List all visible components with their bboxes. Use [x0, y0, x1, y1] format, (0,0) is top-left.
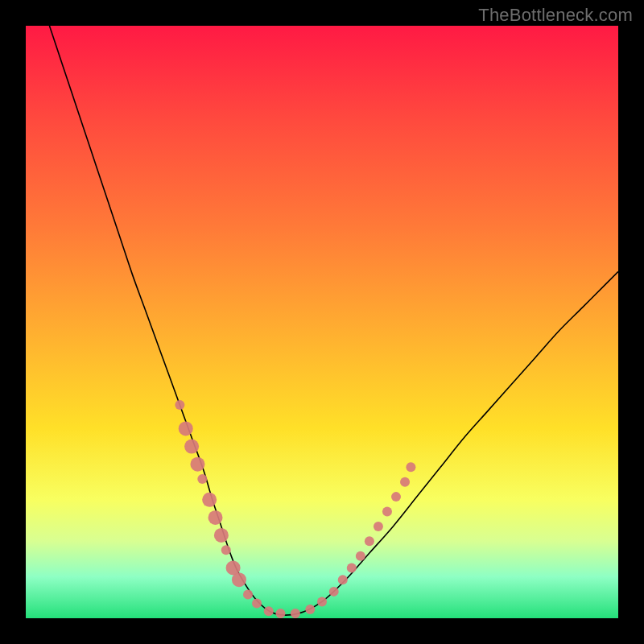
curve-marker — [243, 590, 253, 600]
watermark-text: TheBottleneck.com — [478, 5, 633, 26]
curve-marker — [291, 609, 300, 618]
chart-svg — [26, 26, 618, 618]
curve-marker — [374, 522, 383, 531]
plot-area — [26, 26, 618, 618]
curve-marker — [184, 440, 199, 454]
curve-marker — [382, 507, 392, 517]
curve-marker — [202, 493, 217, 507]
curve-marker — [400, 477, 410, 487]
curve-marker — [338, 575, 348, 584]
curve-marker — [329, 587, 339, 597]
curve-marker — [275, 609, 285, 618]
curve-marker — [406, 462, 415, 472]
curve-marker — [391, 492, 401, 502]
curve-marker — [232, 572, 246, 587]
curve-marker — [214, 528, 229, 543]
curve-marker — [190, 457, 204, 472]
curve-marker — [179, 421, 193, 436]
curve-marker — [317, 597, 327, 606]
curve-marker — [197, 474, 207, 484]
curve-marker — [365, 536, 374, 546]
curve-marker — [221, 545, 231, 555]
bottleneck-curve — [49, 26, 618, 615]
curve-marker — [175, 400, 184, 410]
curve-marker — [305, 605, 315, 614]
curve-marker — [356, 551, 365, 561]
curve-marker — [208, 510, 223, 525]
curve-marker — [347, 563, 357, 572]
chart-frame: TheBottleneck.com — [0, 0, 644, 644]
curve-marker — [264, 606, 274, 616]
curve-marker — [252, 599, 262, 609]
marker-layer — [175, 400, 415, 618]
